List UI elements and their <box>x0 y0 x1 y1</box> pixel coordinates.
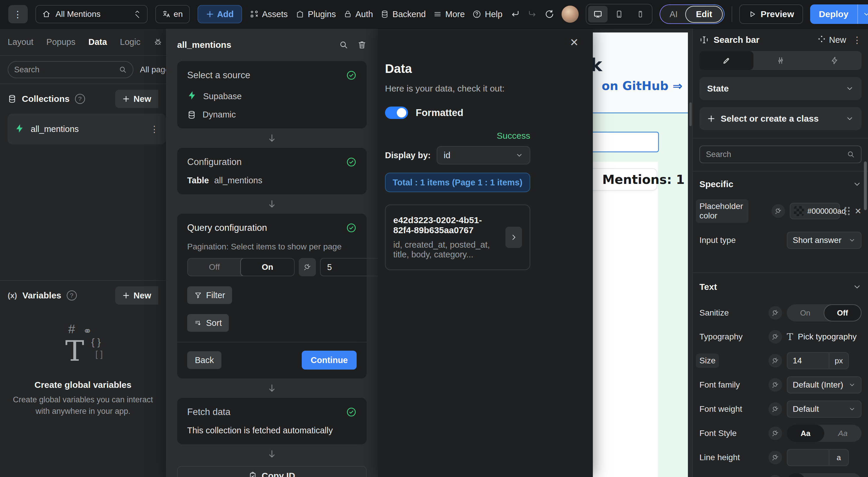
redo-icon[interactable] <box>527 9 537 19</box>
pick-typography-button[interactable]: T Pick typography <box>787 331 862 342</box>
canvas-github-link[interactable]: on GitHub ⇒ <box>602 79 683 93</box>
nav-help[interactable]: Help <box>472 9 502 19</box>
pagination-off-option[interactable]: Off <box>188 259 241 276</box>
bind-plug-icon[interactable] <box>299 258 316 276</box>
bind-plug-icon[interactable] <box>771 204 785 218</box>
class-select[interactable]: Select or create a class <box>700 107 862 130</box>
inspector-scrollbar[interactable] <box>864 161 867 210</box>
text-section-header[interactable]: Text <box>700 282 862 292</box>
tab-data[interactable]: Data <box>88 37 107 47</box>
sort-button[interactable]: Sort <box>187 314 229 332</box>
copy-id-button[interactable]: Copy ID <box>177 466 367 477</box>
nav-more[interactable]: More <box>433 9 465 19</box>
align-center-option[interactable] <box>805 473 824 477</box>
line-height-input[interactable] <box>787 450 829 466</box>
variables-new-button[interactable]: New <box>115 286 158 305</box>
inspector-search-input[interactable] <box>700 146 862 163</box>
device-mobile-button[interactable] <box>631 6 650 23</box>
size-input[interactable]: 14 <box>787 353 829 369</box>
tab-workflows[interactable] <box>807 51 862 70</box>
bind-plug-icon[interactable] <box>769 475 782 477</box>
tab-logic[interactable]: Logic <box>120 37 140 47</box>
placeholder-color-picker[interactable]: #000000ad <box>790 203 840 219</box>
nav-plugins[interactable]: Plugins <box>296 9 336 19</box>
font-style-italic-option[interactable]: Aa <box>824 425 862 442</box>
sync-icon[interactable] <box>545 9 554 19</box>
bind-plug-icon[interactable] <box>769 451 782 464</box>
data-popup: ✕ Data Here is your data, check it out: … <box>378 29 593 477</box>
pagination-on-option[interactable]: On <box>240 258 294 276</box>
collection-list-item[interactable]: all_mentions ⋮ <box>8 114 166 144</box>
app-menu-button[interactable]: ⋮ <box>8 5 28 23</box>
input-type-select[interactable]: Short answer <box>787 232 862 249</box>
bind-plug-icon[interactable] <box>769 402 782 416</box>
collection-item-menu-icon[interactable]: ⋮ <box>150 124 159 134</box>
nav-backend[interactable]: Backend <box>380 9 426 19</box>
align-right-option[interactable] <box>824 473 843 477</box>
undo-icon[interactable] <box>510 9 520 19</box>
tab-styles[interactable] <box>700 51 753 70</box>
device-tablet-button[interactable] <box>609 6 629 23</box>
bind-plug-icon[interactable] <box>769 330 782 344</box>
canvas-search-input[interactable] <box>593 132 659 152</box>
clear-icon[interactable]: ✕ <box>855 206 862 216</box>
close-icon[interactable]: ✕ <box>570 36 579 49</box>
nav-auth[interactable]: Auth <box>344 9 373 19</box>
expand-item-button[interactable] <box>505 227 522 248</box>
canvas-mentions-card: Mentions: 1 <box>593 168 657 191</box>
inspector-search-field[interactable] <box>706 150 847 159</box>
align-left-option[interactable] <box>787 473 805 477</box>
page-selector[interactable]: All Mentions <box>35 5 148 23</box>
sanitize-on-option[interactable]: On <box>787 304 824 321</box>
state-select[interactable]: State <box>700 77 862 100</box>
grip-icon[interactable] <box>845 207 850 215</box>
line-height-unit[interactable]: a <box>829 450 848 466</box>
specific-section-header[interactable]: Specific <box>700 179 862 189</box>
source-option-dynamic[interactable]: Dynamic <box>187 110 356 120</box>
bind-plug-icon[interactable] <box>769 306 782 320</box>
inspector-new-button[interactable]: New <box>818 35 846 45</box>
size-unit[interactable]: px <box>829 353 848 369</box>
pages-search-input[interactable] <box>8 61 133 78</box>
bind-plug-icon[interactable] <box>769 378 782 392</box>
variables-empty-title: Create global variables <box>0 380 166 390</box>
language-button[interactable]: en <box>155 5 190 23</box>
tab-settings[interactable] <box>753 51 807 70</box>
size-label: Size <box>696 354 719 368</box>
pages-search-field[interactable] <box>14 65 119 74</box>
formatted-toggle[interactable] <box>385 106 408 119</box>
mode-ai-button[interactable]: AI <box>660 9 685 19</box>
bind-plug-icon[interactable] <box>769 354 782 368</box>
font-family-select[interactable]: Default (Inter) <box>787 376 862 393</box>
add-button[interactable]: Add <box>197 5 242 23</box>
trash-icon[interactable] <box>357 40 367 50</box>
preview-button[interactable]: Preview <box>739 4 803 24</box>
inspector-menu-icon[interactable]: ⋮ <box>852 35 862 45</box>
bind-plug-icon[interactable] <box>769 426 782 440</box>
specific-title: Specific <box>700 179 733 189</box>
font-style-normal-option[interactable]: Aa <box>787 425 824 442</box>
device-desktop-button[interactable] <box>588 6 608 23</box>
filter-button[interactable]: Filter <box>187 286 232 304</box>
source-option-supabase[interactable]: Supabase <box>187 91 356 102</box>
chevron-down-icon <box>848 381 856 388</box>
avatar[interactable] <box>562 6 579 23</box>
canvas-scrollbar[interactable] <box>689 102 692 126</box>
collections-new-button[interactable]: New <box>115 90 158 108</box>
back-button[interactable]: Back <box>187 351 221 369</box>
tab-layout[interactable]: Layout <box>8 37 33 47</box>
mode-edit-button[interactable]: Edit <box>685 6 723 23</box>
variables-help-icon[interactable]: ? <box>67 290 77 300</box>
sanitize-off-option[interactable]: Off <box>824 304 862 321</box>
font-weight-select[interactable]: Default <box>787 401 862 418</box>
editor-search-icon[interactable] <box>339 40 348 50</box>
align-justify-option[interactable] <box>843 473 862 477</box>
nav-assets[interactable]: Assets <box>250 9 288 19</box>
bug-icon[interactable] <box>154 37 162 46</box>
deploy-caret-button[interactable] <box>858 4 868 24</box>
deploy-main-button[interactable]: Deploy <box>810 4 857 24</box>
tab-popups[interactable]: Popups <box>46 37 75 47</box>
collections-help-icon[interactable]: ? <box>75 94 85 104</box>
continue-button[interactable]: Continue <box>302 351 356 370</box>
display-by-select[interactable]: id <box>437 146 530 164</box>
